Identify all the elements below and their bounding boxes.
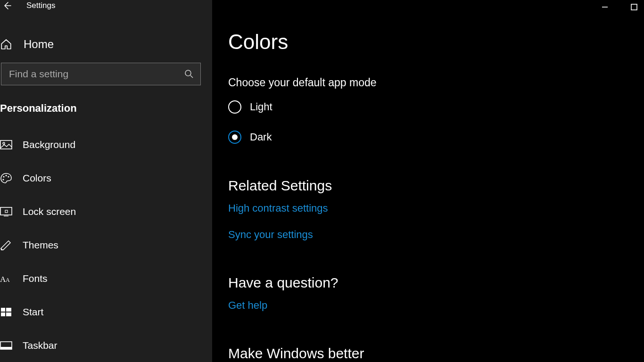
- search-input[interactable]: [9, 68, 184, 80]
- sidebar-item-label: Fonts: [23, 273, 48, 284]
- sidebar-item-colors[interactable]: Colors: [0, 161, 212, 195]
- themes-icon: [0, 239, 12, 251]
- radio-label: Dark: [250, 131, 272, 143]
- related-settings-heading: Related Settings: [228, 178, 644, 194]
- back-button[interactable]: [2, 0, 12, 11]
- svg-point-4: [3, 176, 4, 177]
- search-container: [0, 63, 212, 85]
- app-mode-radio-group: Light Dark: [228, 100, 644, 144]
- link-get-help[interactable]: Get help: [228, 299, 267, 312]
- search-icon: [184, 69, 194, 79]
- svg-point-5: [5, 174, 7, 176]
- link-sync-settings[interactable]: Sync your settings: [228, 229, 313, 241]
- svg-rect-8: [0, 207, 12, 215]
- radio-light[interactable]: Light: [228, 100, 644, 114]
- sidebar-section-heading: Personalization: [0, 102, 212, 115]
- sidebar-home[interactable]: Home: [0, 33, 212, 55]
- sidebar-header: Settings: [0, 0, 212, 11]
- picture-icon: [0, 139, 12, 151]
- palette-icon: [0, 172, 12, 184]
- svg-rect-15: [1, 313, 5, 316]
- radio-dark[interactable]: Dark: [228, 131, 644, 144]
- main-content: Colors Choose your default app mode Ligh…: [212, 0, 644, 362]
- svg-rect-14: [6, 308, 11, 312]
- sidebar-item-label: Themes: [23, 239, 58, 251]
- svg-rect-16: [6, 313, 11, 316]
- app-mode-heading: Choose your default app mode: [228, 76, 644, 89]
- maximize-icon: [630, 3, 638, 11]
- back-arrow-icon: [2, 1, 12, 10]
- svg-rect-13: [1, 308, 5, 312]
- sidebar-item-themes[interactable]: Themes: [0, 228, 212, 262]
- sidebar-item-label: Start: [23, 306, 43, 318]
- radio-dot-icon: [232, 134, 238, 140]
- svg-point-7: [2, 179, 4, 180]
- sidebar: Settings Home Personalization Background…: [0, 0, 212, 362]
- taskbar-icon: [0, 339, 12, 352]
- sidebar-item-fonts[interactable]: AA Fonts: [0, 262, 212, 295]
- svg-point-3: [3, 142, 5, 144]
- search-box[interactable]: [1, 63, 201, 85]
- radio-label: Light: [250, 101, 272, 113]
- sidebar-item-taskbar[interactable]: Taskbar: [0, 329, 212, 362]
- sidebar-item-label: Lock screen: [23, 206, 76, 217]
- home-icon: [0, 38, 12, 50]
- home-label: Home: [24, 38, 54, 51]
- svg-line-1: [190, 75, 193, 78]
- sidebar-nav: Background Colors Lock screen Themes AA …: [0, 128, 212, 362]
- link-high-contrast[interactable]: High contrast settings: [228, 202, 328, 214]
- sidebar-item-label: Colors: [23, 173, 51, 184]
- sidebar-item-background[interactable]: Background: [0, 128, 212, 161]
- svg-point-6: [8, 176, 9, 177]
- sidebar-item-label: Background: [23, 139, 75, 150]
- svg-text:A: A: [6, 277, 10, 283]
- sidebar-item-lock-screen[interactable]: Lock screen: [0, 195, 212, 228]
- start-icon: [0, 306, 12, 318]
- svg-point-0: [185, 70, 191, 76]
- svg-rect-18: [0, 347, 12, 349]
- radio-circle-selected-icon: [228, 131, 241, 144]
- svg-rect-10: [5, 210, 8, 213]
- question-heading: Have a question?: [228, 275, 644, 291]
- svg-rect-20: [631, 4, 637, 10]
- lock-screen-icon: [0, 206, 12, 218]
- minimize-button[interactable]: [600, 2, 610, 12]
- radio-circle-icon: [228, 100, 241, 114]
- make-better-heading: Make Windows better: [228, 346, 644, 362]
- svg-rect-2: [0, 140, 12, 149]
- minimize-icon: [601, 3, 609, 11]
- maximize-button[interactable]: [629, 2, 639, 12]
- window-controls: [600, 2, 639, 12]
- page-title: Colors: [228, 30, 644, 54]
- sidebar-item-label: Taskbar: [23, 340, 58, 351]
- window-title: Settings: [26, 1, 55, 10]
- sidebar-item-start[interactable]: Start: [0, 295, 212, 329]
- fonts-icon: AA: [0, 272, 12, 285]
